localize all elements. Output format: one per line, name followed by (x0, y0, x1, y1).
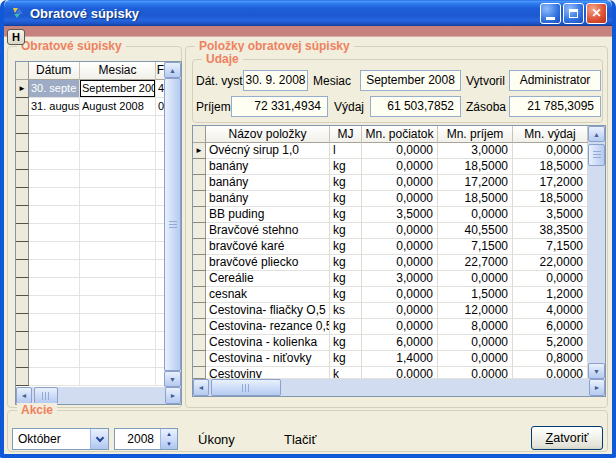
mn-vydaj-cell: 5,2000 (513, 335, 588, 351)
titlebar[interactable]: Obratové súpisky ✕ (4, 0, 612, 26)
mj-cell: kg (330, 287, 362, 303)
mesiac-cell (80, 206, 156, 224)
items-grid-row[interactable]: Cestovina- rezance 0,5kg0,00008,00006,00… (193, 319, 588, 335)
items-grid-vscrollbar[interactable]: ▲ ▼ (588, 126, 605, 379)
tlacit-menu[interactable]: Tlačiť (284, 432, 316, 447)
spin-down-icon[interactable]: ▼ (161, 439, 177, 449)
udaje-group-label: Udaje (202, 52, 243, 66)
row-indicator-cell (193, 303, 206, 319)
scroll-track[interactable] (164, 78, 181, 371)
scroll-left-button[interactable]: ◄ (193, 379, 209, 396)
mn-pociatok-cell: 0,0000 (362, 255, 438, 271)
dates-grid-hscrollbar[interactable]: ◄ ► (16, 387, 181, 404)
items-grid-row[interactable]: Cereáliekg3,00000,00000,0000 (193, 271, 588, 287)
items-grid-col-2[interactable]: Mn. počiatok (362, 126, 438, 143)
scroll-thumb[interactable] (588, 144, 605, 166)
mn-vydaj-cell: 38,3500 (513, 223, 588, 239)
mesiac-cell (80, 170, 156, 188)
mj-cell: kg (330, 175, 362, 191)
row-indicator-cell (16, 98, 29, 116)
scroll-thumb[interactable] (34, 387, 58, 404)
minimize-button[interactable] (540, 3, 561, 24)
vydaj-field[interactable]: 61 503,7852 (370, 96, 461, 117)
udaje-groupbox: Udaje Dát. vyst. 30. 9. 2008 Mesiac Sept… (192, 59, 603, 123)
scroll-down-button[interactable]: ▼ (164, 371, 181, 387)
datum-cell (29, 332, 80, 350)
row-indicator-cell (16, 332, 29, 350)
h-button[interactable]: H (7, 29, 25, 45)
dates-grid-empty-row (16, 296, 166, 314)
items-grid-row[interactable]: Bravčové stehnokg0,000040,550038,3500 (193, 223, 588, 239)
name-cell: banány (206, 159, 330, 175)
datum-cell (29, 170, 80, 188)
zasoba-field[interactable]: 21 785,3095 (509, 96, 601, 117)
items-grid-col-1[interactable]: MJ (330, 126, 362, 143)
items-grid-row[interactable]: Cestovina- fliačky O,5ks0,000012,00004,0… (193, 303, 588, 319)
scroll-track[interactable] (32, 387, 165, 404)
row-indicator-cell (16, 260, 29, 278)
vytvoril-field[interactable]: Administrator (509, 70, 601, 91)
datum-cell: 31. augus (29, 98, 80, 116)
items-grid-row[interactable]: banánykg0,000018,500018,5000 (193, 191, 588, 207)
items-grid-row[interactable]: banánykg0,000017,200017,2000 (193, 175, 588, 191)
mesiac-cell (80, 350, 156, 368)
dates-grid-row[interactable]: 31. augusAugust 20080 (16, 98, 166, 116)
items-grid-row[interactable]: cesnakkg0,00001,50001,2000 (193, 287, 588, 303)
scroll-track[interactable] (209, 379, 589, 396)
items-grid-row[interactable]: Cestovina - niťovkykg1,40000,00000,8000 (193, 351, 588, 367)
mesiac-cell (80, 152, 156, 170)
dates-grid-empty-row (16, 350, 166, 368)
mesiac-field[interactable]: September 2008 (360, 70, 461, 91)
dates-grid-vscrollbar[interactable]: ▲ ▼ (164, 62, 181, 387)
mn-vydaj-cell: 17,2000 (513, 175, 588, 191)
mn-prijem-cell: 0,0000 (438, 351, 513, 367)
close-button[interactable]: ✕ (586, 3, 607, 24)
year-spinner[interactable]: 2008 ▲ ▼ (114, 428, 178, 450)
mj-cell: kg (330, 351, 362, 367)
mesiac-cell (80, 242, 156, 260)
ukony-menu[interactable]: Úkony (198, 432, 235, 447)
items-grid-row[interactable]: bravčové plieckokg0,000022,700022,0000 (193, 255, 588, 271)
items-grid-row[interactable]: banánykg0,000018,500018,5000 (193, 159, 588, 175)
mn-vydaj-cell: 4,0000 (513, 303, 588, 319)
combobox-dropdown-button[interactable] (90, 429, 108, 449)
prijem-field[interactable]: 72 331,4934 (231, 96, 328, 117)
scroll-up-button[interactable]: ▲ (164, 62, 181, 78)
items-grid-col-4[interactable]: Mn. výdaj (513, 126, 588, 143)
items-grid-row[interactable]: bravčové karékg0,00007,15007,1500 (193, 239, 588, 255)
dates-grid-empty-row (16, 242, 166, 260)
maximize-button[interactable] (563, 3, 584, 24)
scroll-thumb[interactable] (164, 78, 181, 371)
dat-vyst-field[interactable]: 30. 9. 2008 (243, 70, 308, 91)
scroll-up-button[interactable]: ▲ (588, 126, 605, 142)
zatvorit-button[interactable]: Zatvoriť (531, 426, 603, 450)
row-indicator-cell (16, 152, 29, 170)
items-grid-row[interactable]: Cestovina - kolienkakg6,00000,00005,2000 (193, 335, 588, 351)
mn-prijem-cell: 12,0000 (438, 303, 513, 319)
datum-cell (29, 350, 80, 368)
month-combobox[interactable]: Október (12, 428, 109, 450)
dates-grid-col-mesiac[interactable]: Mesiac (80, 62, 156, 80)
year-spinner-buttons[interactable]: ▲ ▼ (160, 429, 177, 449)
name-cell: banány (206, 175, 330, 191)
items-grid-col-3[interactable]: Mn. príjem (438, 126, 513, 143)
items-grid-hscrollbar[interactable]: ◄ ► (193, 379, 605, 396)
vytvoril-label: Vytvoril (466, 74, 505, 88)
items-grid-row[interactable]: ►Ovécný sirup 1,0l0,00003,00000,0000 (193, 143, 588, 159)
items-grid-col-0[interactable]: Názov položky (206, 126, 330, 143)
scroll-left-button[interactable]: ◄ (16, 387, 32, 404)
row-indicator-cell (16, 224, 29, 242)
dates-grid-empty-row (16, 224, 166, 242)
arrow-down-icon: ▼ (593, 368, 600, 375)
scroll-right-button[interactable]: ► (165, 387, 181, 404)
scroll-thumb[interactable] (211, 379, 281, 396)
scroll-track[interactable] (588, 142, 605, 363)
grip-icon (169, 221, 177, 229)
scroll-down-button[interactable]: ▼ (588, 363, 605, 379)
dates-grid-col-datum[interactable]: Dátum (29, 62, 80, 80)
mesiac-label: Mesiac (313, 74, 351, 88)
spin-up-icon[interactable]: ▲ (161, 429, 177, 439)
dates-grid-row[interactable]: ►30. septeSeptember 20084 (16, 80, 166, 98)
scroll-right-button[interactable]: ► (589, 379, 605, 396)
items-grid-row[interactable]: BB pudingkg3,50000,00003,5000 (193, 207, 588, 223)
